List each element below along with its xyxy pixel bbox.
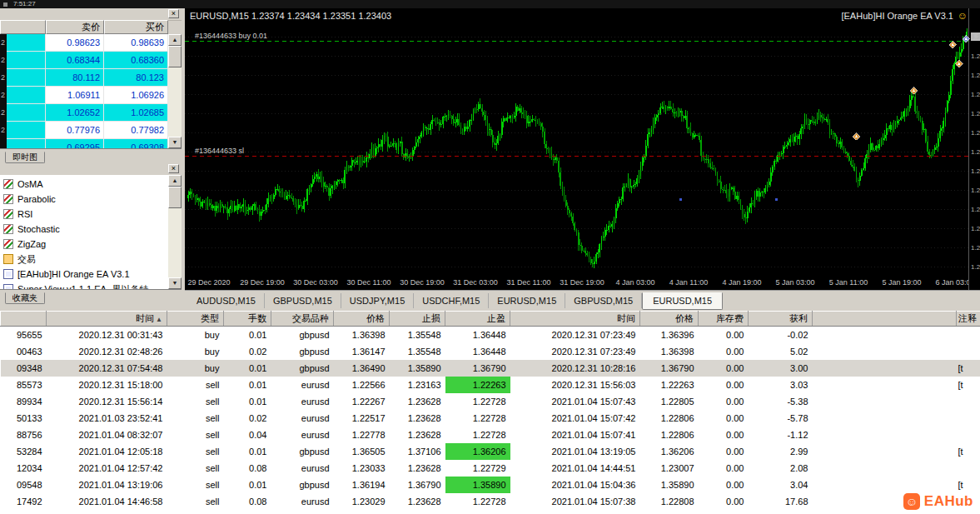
- cell-swap: 0.00: [699, 360, 749, 377]
- eahub-brand-text: EAHub: [924, 493, 973, 510]
- navigator-item[interactable]: OsMA: [0, 177, 168, 192]
- history-row[interactable]: 501332021.01.03 23:52:41sell0.02eurusd1.…: [1, 410, 980, 427]
- history-row[interactable]: 532842021.01.04 12:05:18sell0.01gbpusd1.…: [1, 443, 980, 460]
- cell-close_price: 1.36790: [640, 360, 699, 377]
- column-header-symbol[interactable]: 交易品种: [271, 312, 334, 327]
- cell-tp: 1.36790: [445, 360, 510, 377]
- stop-loss-label: #136444633 sl: [195, 147, 244, 155]
- chart-tab-gbpusd-m15[interactable]: GBPUSD,M15: [565, 293, 642, 308]
- history-row[interactable]: 095482021.01.04 13:19:06sell0.01gbpusd1.…: [1, 477, 980, 493]
- scrollbar-thumb[interactable]: [168, 46, 182, 67]
- cell-lots: 0.01: [224, 443, 271, 460]
- cell-profit: -5.78: [749, 410, 813, 427]
- market-watch-row[interactable]: 0.683440.68360: [0, 52, 168, 69]
- chart-tab-gbpusd-m15[interactable]: GBPUSD,M15: [265, 293, 341, 308]
- cell-profit: 3.00: [749, 360, 813, 377]
- column-header-tp[interactable]: 止盈: [445, 312, 510, 327]
- close-icon[interactable]: ×: [168, 164, 179, 173]
- cell-close_price: 1.22806: [640, 410, 699, 427]
- time-axis-label: 29 Dec 2020: [187, 278, 230, 287]
- column-header-open_time[interactable]: 时间▲: [47, 312, 167, 327]
- cell-profit: 3.03: [749, 377, 813, 393]
- column-header-type[interactable]: 类型: [167, 312, 224, 327]
- buy-price-column-header[interactable]: 买价: [104, 20, 168, 34]
- price-axis-label: 1.22200: [971, 263, 980, 271]
- column-header-close_time[interactable]: 时间: [510, 312, 640, 327]
- column-header-spacer[interactable]: [813, 312, 957, 327]
- clipped-edge-strip: 222222: [0, 34, 7, 148]
- tab-favorites[interactable]: 收藏夹: [5, 292, 45, 304]
- navigator-item[interactable]: 交易: [0, 252, 168, 267]
- cell-comment: [t: [957, 360, 980, 377]
- cell-sl: 1.23628: [390, 493, 445, 510]
- price-axis-label: 1.23200: [971, 72, 980, 79]
- close-icon[interactable]: ×: [168, 9, 179, 18]
- column-header-order[interactable]: [1, 312, 47, 327]
- cell-close_time: 2021.01.04 15:07:42: [510, 410, 640, 427]
- chart-tab-usdchf-m15[interactable]: USDCHF,M15: [414, 293, 489, 308]
- navigator-item[interactable]: Parabolic: [0, 192, 168, 207]
- scroll-down-icon[interactable]: ▼: [168, 137, 182, 148]
- price-axis-label: 1.23000: [971, 110, 980, 117]
- column-header-swap[interactable]: 库存费: [699, 312, 749, 327]
- cell-comment: [957, 427, 980, 443]
- chart-window[interactable]: EURUSD,M15 1.23374 1.23434 1.23351 1.234…: [185, 8, 980, 290]
- scrollbar-thumb[interactable]: [168, 187, 182, 208]
- market-watch-row[interactable]: 0.779760.77982: [0, 122, 168, 139]
- column-header-profit[interactable]: 获利: [749, 312, 813, 327]
- time-axis: 29 Dec 202029 Dec 19:0030 Dec 03:0030 De…: [185, 277, 968, 290]
- candlestick-chart[interactable]: [185, 8, 980, 290]
- navigator-item[interactable]: Stochastic: [0, 222, 168, 237]
- ea-smiley-icon[interactable]: ☺: [958, 10, 968, 22]
- history-row[interactable]: 899342020.12.31 15:56:14sell0.01eurusd1.…: [1, 393, 980, 410]
- chart-tab-usdjpy-m15[interactable]: USDJPY,M15: [341, 293, 414, 308]
- cell-tp: 1.36206: [445, 443, 510, 460]
- chart-tab-audusd-m15[interactable]: AUDUSD,M15: [188, 293, 265, 308]
- navigator-scrollbar[interactable]: ▲ ▼: [168, 175, 182, 289]
- history-row[interactable]: 956552020.12.31 00:31:43buy0.01gbpusd1.3…: [1, 327, 980, 343]
- navigator-item[interactable]: [EAHub]HI Orange EA V3.1: [0, 267, 168, 282]
- cell-tp: 1.22728: [445, 393, 510, 410]
- column-header-sl[interactable]: 止损: [390, 312, 445, 327]
- navigator-item-label: RSI: [17, 209, 32, 219]
- cell-open_price: 1.22267: [334, 393, 390, 410]
- market-watch-tabbar: 即时图: [0, 148, 182, 161]
- sell-price-column-header[interactable]: 卖价: [46, 20, 104, 34]
- market-watch-row[interactable]: 80.11280.123: [0, 69, 168, 87]
- column-header-lots[interactable]: 手数: [224, 312, 271, 327]
- cell-close_price: 1.22805: [640, 393, 699, 410]
- scroll-down-icon[interactable]: ▼: [168, 277, 182, 289]
- column-header-comment[interactable]: 注释: [957, 312, 980, 327]
- column-header-open_price[interactable]: 价格: [334, 312, 390, 327]
- navigator-titlebar[interactable]: ×: [0, 163, 182, 176]
- cell-order: 09548: [1, 477, 47, 493]
- market-watch-titlebar[interactable]: ×: [0, 8, 182, 21]
- chart-tab-eurusd-m15[interactable]: EURUSD,M15: [642, 292, 723, 310]
- scroll-up-icon[interactable]: ▲: [168, 175, 182, 187]
- column-header-close_price[interactable]: 价格: [640, 312, 699, 327]
- history-row[interactable]: 174922021.01.04 14:46:58sell0.08eurusd1.…: [1, 493, 980, 510]
- history-row[interactable]: 093482020.12.31 07:54:48buy0.01gbpusd1.3…: [1, 360, 980, 377]
- symbol-column-header[interactable]: [0, 20, 46, 34]
- market-watch-row[interactable]: 1.069111.06926: [0, 87, 168, 104]
- symbol-cell: [0, 87, 46, 104]
- tab-tick-chart[interactable]: 即时图: [5, 152, 45, 163]
- history-row[interactable]: 855732020.12.31 15:18:00sell0.01eurusd1.…: [1, 377, 980, 393]
- cell-spacer: [813, 443, 957, 460]
- navigator-item[interactable]: ZigZag: [0, 237, 168, 252]
- history-row[interactable]: 887562021.01.04 08:32:07sell0.04eurusd1.…: [1, 427, 980, 443]
- market-watch-row[interactable]: 1.026521.02685: [0, 104, 168, 122]
- chart-tab-eurusd-m15[interactable]: EURUSD,M15: [489, 293, 565, 308]
- history-row[interactable]: 120342021.01.04 12:57:42sell0.08eurusd1.…: [1, 460, 980, 477]
- cell-type: sell: [167, 410, 224, 427]
- market-watch-row[interactable]: 0.986230.98639: [0, 34, 168, 52]
- market-watch-row[interactable]: 0.692950.69308: [0, 139, 168, 148]
- history-row[interactable]: 004632020.12.31 02:48:26buy0.02gbpusd1.3…: [1, 343, 980, 360]
- cell-open_price: 1.36490: [334, 360, 390, 377]
- navigator-item[interactable]: RSI: [0, 207, 168, 222]
- indicator-icon: [3, 179, 13, 189]
- cell-symbol: eurusd: [271, 460, 334, 477]
- market-watch-scrollbar[interactable]: ▲ ▼: [168, 34, 182, 148]
- buy-price-cell: 80.123: [104, 69, 168, 87]
- scroll-up-icon[interactable]: ▲: [168, 34, 182, 46]
